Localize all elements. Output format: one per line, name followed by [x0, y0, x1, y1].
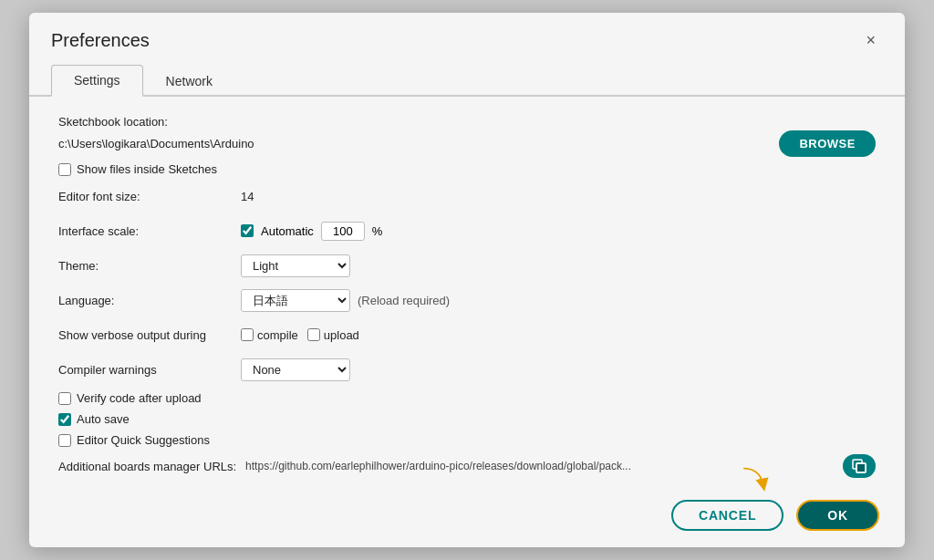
auto-save-row: Auto save — [58, 412, 876, 426]
cancel-button[interactable]: CANCEL — [671, 500, 784, 531]
sketchbook-label: Sketchbook location: — [58, 115, 876, 129]
language-select[interactable]: 日本語 English Español Français Deutsch — [241, 289, 350, 312]
quick-suggestions-label: Editor Quick Suggestions — [77, 433, 210, 447]
compiler-warnings-label: Compiler warnings — [58, 363, 241, 377]
dialog-footer: CANCEL OK — [29, 489, 905, 547]
ok-button[interactable]: OK — [796, 500, 879, 531]
theme-label: Theme: — [58, 259, 241, 273]
scale-value-input[interactable] — [321, 222, 365, 241]
show-files-checkbox[interactable] — [58, 163, 71, 176]
additional-urls-row: Additional boards manager URLs: https://… — [58, 454, 876, 478]
verbose-upload-item: upload — [307, 328, 359, 342]
verbose-label: Show verbose output during — [58, 328, 241, 342]
editor-font-label: Editor font size: — [58, 190, 241, 203]
interface-scale-label: Interface scale: — [58, 224, 241, 238]
interface-scale-row: Interface scale: Automatic % — [58, 218, 876, 244]
settings-content: Sketchbook location: c:\Users\logikara\D… — [29, 97, 905, 489]
editor-font-row: Editor font size: 14 — [58, 183, 876, 209]
scale-unit: % — [372, 224, 383, 238]
theme-row: Theme: Light Dark System — [58, 253, 876, 278]
verbose-row: Show verbose output during compile uploa… — [58, 322, 876, 347]
tab-settings[interactable]: Settings — [51, 65, 143, 97]
auto-scale-label: Automatic — [261, 224, 314, 238]
theme-select[interactable]: Light Dark System — [241, 254, 350, 277]
browse-button[interactable]: BROWSE — [779, 130, 876, 157]
sketchbook-path-row: c:\Users\logikara\Documents\Arduino BROW… — [58, 130, 876, 157]
preferences-dialog: Preferences × Settings Network Sketchboo… — [29, 13, 905, 547]
quick-suggestions-checkbox[interactable] — [58, 434, 71, 447]
verify-code-row: Verify code after upload — [58, 391, 876, 405]
verbose-compile-label: compile — [257, 328, 298, 342]
auto-scale-checkbox[interactable] — [241, 224, 254, 237]
auto-save-label: Auto save — [77, 412, 130, 426]
reload-note: (Reload required) — [358, 294, 450, 307]
svg-rect-1 — [856, 463, 866, 472]
compiler-warnings-select[interactable]: None Default More All — [241, 358, 350, 381]
quick-suggestions-row: Editor Quick Suggestions — [58, 433, 876, 447]
compiler-warnings-row: Compiler warnings None Default More All — [58, 357, 876, 382]
close-button[interactable]: × — [858, 27, 883, 54]
dialog-header: Preferences × — [29, 13, 905, 54]
edit-url-button[interactable] — [843, 454, 876, 478]
verbose-upload-checkbox[interactable] — [307, 328, 320, 341]
sketchbook-section: Sketchbook location: c:\Users\logikara\D… — [58, 115, 876, 157]
edit-url-icon — [852, 459, 867, 473]
verbose-compile-item: compile — [241, 328, 298, 342]
show-files-label: Show files inside Sketches — [77, 162, 217, 176]
verbose-compile-checkbox[interactable] — [241, 328, 254, 341]
editor-font-value: 14 — [241, 190, 254, 203]
verify-code-label: Verify code after upload — [77, 391, 202, 405]
additional-urls-value: https://github.com/earlephilhower/arduin… — [245, 460, 834, 472]
language-label: Language: — [58, 294, 241, 307]
auto-save-checkbox[interactable] — [58, 413, 71, 426]
verbose-upload-label: upload — [324, 328, 359, 342]
verbose-options: compile upload — [241, 328, 359, 342]
show-files-row: Show files inside Sketches — [58, 162, 876, 176]
sketchbook-path: c:\Users\logikara\Documents\Arduino — [58, 137, 764, 150]
dialog-title: Preferences — [51, 30, 150, 51]
verify-code-checkbox[interactable] — [58, 392, 71, 405]
tab-network[interactable]: Network — [143, 65, 235, 97]
tabs-row: Settings Network — [29, 63, 905, 97]
language-row: Language: 日本語 English Español Français D… — [58, 287, 876, 313]
scale-controls: Automatic % — [241, 222, 382, 241]
additional-urls-label: Additional boards manager URLs: — [58, 460, 236, 473]
